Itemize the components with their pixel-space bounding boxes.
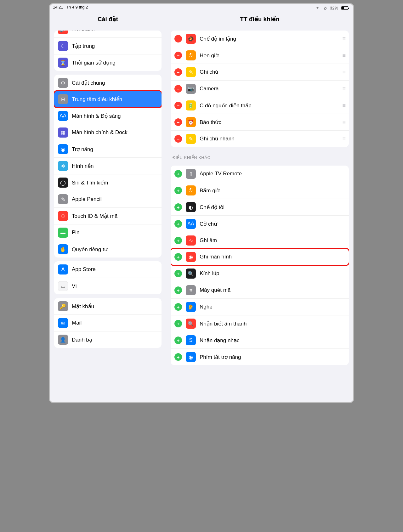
sidebar-item[interactable]: ✲Hình nền — [54, 157, 162, 174]
remove-button[interactable]: − — [174, 102, 182, 109]
section-header: ĐIỀU KHIỂN KHÁC — [171, 151, 349, 162]
row-label: App Store — [72, 266, 158, 273]
other-control-row[interactable]: +SNhận dạng nhạc — [171, 332, 349, 348]
add-button[interactable]: + — [174, 170, 182, 178]
other-control-row[interactable]: +▯Apple TV Remote — [171, 166, 349, 182]
sidebar-title: Cài đặt — [50, 11, 166, 27]
reorder-handle[interactable]: ≡ — [342, 86, 345, 92]
row-label: Thời gian sử dụng — [72, 59, 158, 66]
control-label: Nhận dạng nhạc — [200, 337, 345, 344]
included-control-row[interactable]: −🔋C.độ nguồn điện thấp≡ — [171, 97, 349, 114]
control-icon: 🔋 — [186, 100, 196, 110]
add-button[interactable]: + — [174, 203, 182, 211]
other-control-row[interactable]: +👂Nghe — [171, 298, 349, 315]
reorder-handle[interactable]: ≡ — [342, 102, 345, 109]
included-control-row[interactable]: −🔕Chế độ im lặng≡ — [171, 31, 349, 47]
wifi-icon: ᯤ — [316, 6, 320, 10]
other-control-row[interactable]: +🔍Nhận biết âm thanh — [171, 315, 349, 332]
add-button[interactable]: + — [174, 303, 182, 311]
reorder-handle[interactable]: ≡ — [342, 119, 345, 126]
add-button[interactable]: + — [174, 337, 182, 344]
add-button[interactable]: + — [174, 286, 182, 294]
status-bar: 14:21 Th 4 9 thg 2 ᯤ ⊘ 32% — [50, 4, 353, 11]
sidebar-item[interactable]: ✎Apple Pencil — [54, 191, 162, 207]
control-icon: ◉ — [186, 252, 196, 262]
included-control-row[interactable]: −⏱Hẹn giờ≡ — [171, 47, 349, 64]
row-icon: ✲ — [58, 161, 68, 171]
other-control-row[interactable]: +◉Ghi màn hình — [171, 248, 349, 266]
sidebar-item[interactable]: ◯Siri & Tìm kiếm — [54, 174, 162, 191]
control-label: Hẹn giờ — [200, 52, 338, 59]
other-control-row[interactable]: +∿Ghi âm — [171, 232, 349, 249]
reorder-handle[interactable]: ≡ — [342, 36, 345, 42]
sidebar-item[interactable]: 🔊Âm thanh — [54, 31, 162, 37]
other-control-row[interactable]: +🔍Kính lúp — [171, 265, 349, 282]
add-button[interactable]: + — [174, 320, 182, 327]
add-button[interactable]: + — [174, 237, 182, 244]
control-icon: 🔍 — [186, 319, 196, 329]
add-button[interactable]: + — [174, 187, 182, 194]
control-label: Báo thức — [200, 119, 338, 126]
included-control-row[interactable]: −⏰Báo thức≡ — [171, 114, 349, 130]
sidebar-item[interactable]: ◉Trợ năng — [54, 141, 162, 157]
sidebar-item[interactable]: ⊟Trung tâm điều khiển — [54, 90, 162, 108]
add-button[interactable]: + — [174, 253, 182, 261]
sidebar-item[interactable]: ☉Touch ID & Mật mã — [54, 207, 162, 224]
row-icon: ☉ — [58, 211, 68, 221]
reorder-handle[interactable]: ≡ — [342, 52, 345, 59]
control-label: Cỡ chữ — [200, 221, 345, 227]
other-control-row[interactable]: +AACỡ chữ — [171, 215, 349, 232]
control-label: Phím tắt trợ năng — [200, 354, 345, 360]
control-icon: ✎ — [186, 134, 196, 144]
reorder-handle[interactable]: ≡ — [342, 69, 345, 76]
sidebar-item[interactable]: AAMàn hình & Độ sáng — [54, 107, 162, 124]
sidebar-item[interactable]: ▦Màn hình chính & Dock — [54, 124, 162, 141]
control-label: Ghi âm — [200, 237, 345, 244]
sidebar-item[interactable]: 👤Danh bạ — [54, 331, 162, 348]
sidebar-item[interactable]: ✉Mail — [54, 314, 162, 331]
control-label: Nghe — [200, 304, 345, 310]
remove-button[interactable]: − — [174, 135, 182, 143]
sidebar-item[interactable]: ✋Quyền riêng tư — [54, 241, 162, 258]
detail-scroll[interactable]: −🔕Chế độ im lặng≡−⏱Hẹn giờ≡−✎Ghi chú≡−📷C… — [166, 27, 353, 402]
row-icon: ◯ — [58, 178, 68, 188]
row-icon: ◉ — [58, 144, 68, 154]
remove-button[interactable]: − — [174, 68, 182, 76]
remove-button[interactable]: − — [174, 85, 182, 93]
add-button[interactable]: + — [174, 353, 182, 361]
sidebar-scroll[interactable]: 🔊Âm thanh☾Tập trung⌛Thời gian sử dụng⚙Cà… — [50, 27, 166, 402]
detail-title: TT điều khiển — [166, 11, 353, 27]
sidebar-item[interactable]: 🔑Mật khẩu — [54, 298, 162, 314]
control-icon: 🔍 — [186, 269, 196, 279]
status-date: Th 4 9 thg 2 — [66, 5, 88, 9]
control-icon: ⌗ — [186, 285, 196, 295]
add-button[interactable]: + — [174, 220, 182, 228]
sidebar-item[interactable]: ⌛Thời gian sử dụng — [54, 54, 162, 71]
sidebar-item[interactable]: ☾Tập trung — [54, 37, 162, 54]
sidebar-item[interactable]: ▬Pin — [54, 224, 162, 241]
rotation-lock-icon: ⊘ — [323, 6, 327, 10]
reorder-handle[interactable]: ≡ — [342, 136, 345, 142]
other-control-row[interactable]: +⏱Bấm giờ — [171, 182, 349, 199]
sidebar-item[interactable]: ⚙Cài đặt chung — [54, 75, 162, 91]
row-label: Ví — [72, 283, 158, 289]
included-control-row[interactable]: −✎Ghi chú nhanh≡ — [171, 130, 349, 147]
other-control-row[interactable]: +◐Chế độ tối — [171, 199, 349, 215]
sidebar-item[interactable]: ▭Ví — [54, 278, 162, 294]
other-control-row[interactable]: +◉Phím tắt trợ năng — [171, 348, 349, 365]
add-button[interactable]: + — [174, 270, 182, 277]
included-control-row[interactable]: −✎Ghi chú≡ — [171, 64, 349, 80]
control-icon: ◉ — [186, 352, 196, 362]
control-label: C.độ nguồn điện thấp — [200, 102, 338, 109]
control-icon: ▯ — [186, 169, 196, 179]
row-icon: ✉ — [58, 318, 68, 328]
remove-button[interactable]: − — [174, 35, 182, 42]
other-control-row[interactable]: +⌗Máy quét mã — [171, 282, 349, 298]
included-control-row[interactable]: −📷Camera≡ — [171, 80, 349, 97]
row-label: Màn hình chính & Dock — [72, 129, 158, 136]
control-icon: 👂 — [186, 302, 196, 312]
sidebar-item[interactable]: AApp Store — [54, 261, 162, 278]
remove-button[interactable]: − — [174, 52, 182, 59]
row-icon: AA — [58, 111, 68, 121]
remove-button[interactable]: − — [174, 118, 182, 126]
